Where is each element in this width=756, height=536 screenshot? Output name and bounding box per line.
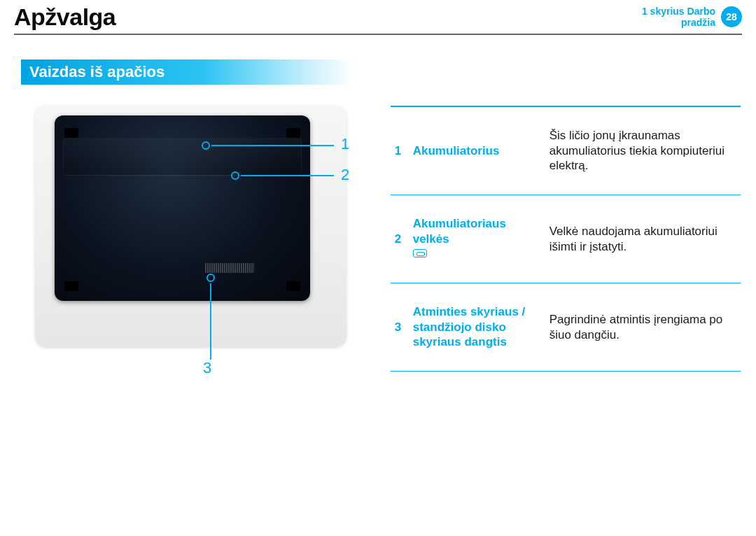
parts-description-table: 1 Akumuliatorius Šis ličio jonų įkraunam… bbox=[391, 106, 741, 372]
row-term: Atminties skyriaus / standžiojo disko sk… bbox=[409, 283, 545, 372]
row-number: 2 bbox=[391, 195, 409, 283]
rubber-foot-icon bbox=[286, 128, 300, 138]
chapter-label: 1 skyrius Darbo pradžia bbox=[642, 6, 715, 28]
callout-label-1: 1 bbox=[341, 135, 349, 153]
table-row: 3 Atminties skyriaus / standžiojo disko … bbox=[391, 283, 741, 372]
table-row: 1 Akumuliatorius Šis ličio jonų įkraunam… bbox=[391, 106, 741, 195]
rubber-foot-icon bbox=[64, 128, 78, 138]
callout-line-icon bbox=[210, 283, 211, 360]
table-row: 2 Akumuliatoriaus velkės Velkė naudojama… bbox=[391, 195, 741, 283]
rubber-foot-icon bbox=[64, 281, 78, 291]
row-number: 1 bbox=[391, 106, 409, 195]
page-number-badge: 28 bbox=[721, 6, 742, 27]
callout-line-icon bbox=[241, 175, 334, 176]
bottom-view-figure: 1 2 3 bbox=[35, 106, 356, 372]
chapter-line2: pradžia bbox=[681, 17, 715, 28]
callout-label-2: 2 bbox=[341, 166, 349, 184]
section-subheading: Vaizdas iš apačios bbox=[21, 59, 354, 85]
callout-label-3: 3 bbox=[203, 359, 211, 377]
row-desc: Šis ličio jonų įkraunamas akumuliatorius… bbox=[545, 106, 741, 195]
row-term: Akumuliatorius bbox=[409, 106, 545, 195]
callout-dot-icon bbox=[202, 141, 210, 150]
chapter-line1: 1 skyrius Darbo bbox=[642, 6, 715, 17]
content-row: 1 2 3 1 Akumuliatorius Šis ličio jonų įk… bbox=[0, 99, 756, 372]
row-term-text: Akumuliatoriaus velkės bbox=[413, 217, 506, 246]
barcode-icon bbox=[205, 263, 254, 273]
laptop-bottom-illustration bbox=[55, 115, 310, 301]
page-header: Apžvalga 1 skyrius Darbo pradžia 28 bbox=[14, 0, 742, 35]
row-desc: Velkė naudojama akumuliatoriui išimti ir… bbox=[545, 195, 741, 283]
rubber-foot-icon bbox=[286, 281, 300, 291]
battery-latch-icon bbox=[413, 249, 427, 258]
chapter-indicator: 1 skyrius Darbo pradžia 28 bbox=[642, 6, 742, 28]
figure-panel bbox=[35, 106, 346, 347]
row-number: 3 bbox=[391, 283, 409, 372]
page-title: Apžvalga bbox=[14, 3, 115, 31]
callout-dot-icon bbox=[206, 274, 215, 282]
callout-dot-icon bbox=[231, 171, 239, 180]
callout-line-icon bbox=[211, 145, 334, 146]
row-term: Akumuliatoriaus velkės bbox=[409, 195, 545, 283]
row-desc: Pagrindinė atmintis įrengiama po šiuo da… bbox=[545, 283, 741, 372]
